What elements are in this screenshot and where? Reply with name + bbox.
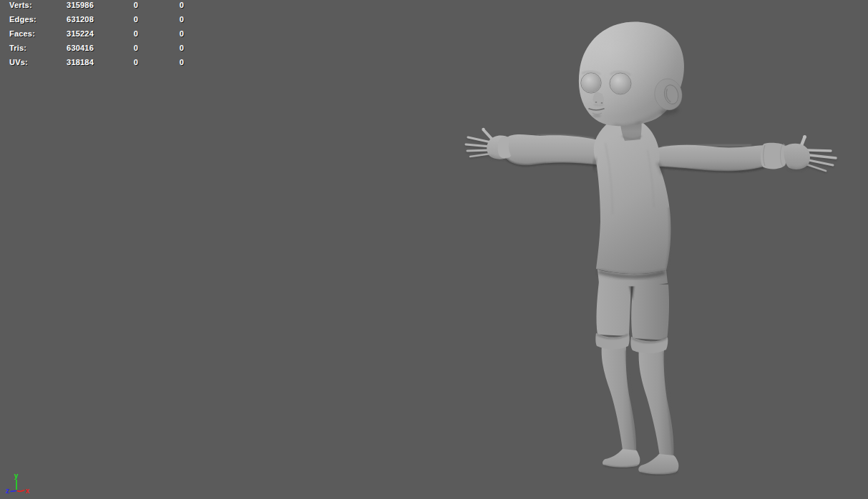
hud-value: 0 <box>86 41 138 55</box>
left-leg <box>602 345 640 468</box>
hud-value: 0 <box>132 41 184 55</box>
x-axis-line <box>17 490 24 492</box>
hud-value: 0 <box>86 12 138 26</box>
hud-value: 0 <box>132 55 184 69</box>
left-sleeve <box>504 134 605 165</box>
viewport-3d[interactable]: Verts: 315986 0 0 Edges: 631208 0 0 Face… <box>0 0 868 499</box>
hud-value: 0 <box>86 55 138 69</box>
right-eyeball <box>610 74 630 94</box>
right-arm <box>657 135 836 172</box>
left-ring-finger <box>467 150 490 151</box>
left-foot <box>603 449 640 468</box>
x-axis-label: x <box>26 487 30 495</box>
hud-value: 0 <box>132 26 184 41</box>
y-axis-label: y <box>14 472 19 480</box>
shorts-right-leg <box>631 284 669 340</box>
right-index-finger <box>807 150 831 151</box>
hud-value: 0 <box>132 0 184 12</box>
right-sleeve <box>657 145 771 172</box>
right-nostril <box>601 102 603 104</box>
hud-label: Tris: <box>9 41 26 55</box>
right-hand <box>784 135 836 172</box>
character-model[interactable] <box>466 0 836 475</box>
head <box>542 0 686 127</box>
hud-row-uvs: UVs: 318184 0 0 <box>0 55 208 69</box>
shorts <box>595 270 669 353</box>
z-axis-label: z <box>6 487 9 495</box>
lip-under-shadow <box>593 114 601 117</box>
left-thumb <box>484 130 492 139</box>
shorts-left-leg <box>597 282 631 336</box>
hud-label: UVs: <box>9 55 28 69</box>
left-nostril <box>595 102 598 103</box>
right-thumb-tip <box>803 135 806 139</box>
hud-label: Verts: <box>9 0 32 12</box>
hud-row-tris: Tris: 630416 0 0 <box>0 41 208 55</box>
z-axis-line <box>11 491 16 492</box>
left-arm <box>466 128 605 166</box>
left-eyeball <box>582 74 601 93</box>
view-axis-gizmo: y z x <box>0 465 43 499</box>
hud-label: Edges: <box>9 12 36 26</box>
hud-row-edges: Edges: 631208 0 0 <box>0 12 208 26</box>
right-leg <box>638 347 678 475</box>
hud-row-verts: Verts: 315986 0 0 <box>0 0 208 12</box>
poly-count-hud: Verts: 315986 0 0 Edges: 631208 0 0 Face… <box>0 0 208 76</box>
right-palm <box>784 144 810 169</box>
hud-row-faces: Faces: 315224 0 0 <box>0 26 208 41</box>
hud-label: Faces: <box>9 26 35 41</box>
left-thumb-tip <box>482 128 484 131</box>
hud-value: 0 <box>86 0 138 12</box>
hud-value: 0 <box>132 12 184 26</box>
right-foot <box>638 454 678 475</box>
hud-value: 0 <box>86 26 138 41</box>
